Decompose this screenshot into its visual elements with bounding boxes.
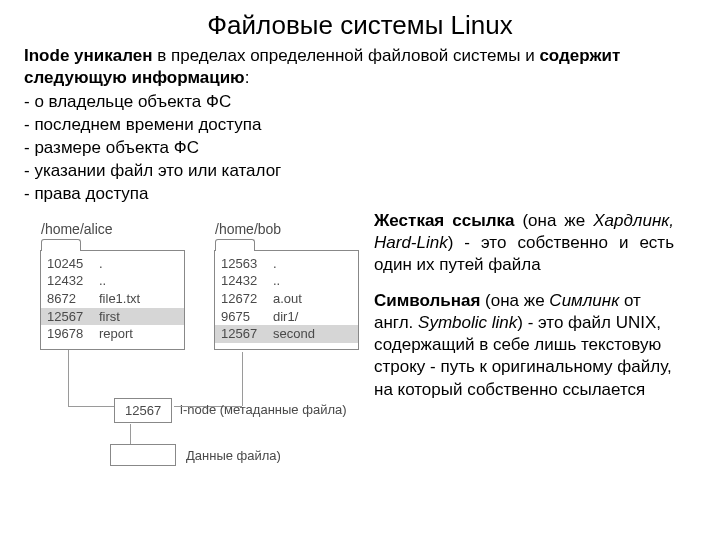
bullet-list: - о владельце объекта ФС- последнем врем…: [0, 91, 720, 206]
file-name: .: [273, 255, 277, 273]
table-row: 12567second: [215, 325, 358, 343]
file-name: a.out: [273, 290, 302, 308]
symlink-paragraph: Символьная (она же Симлинк от англ. Symb…: [374, 290, 674, 400]
file-name: file1.txt: [99, 290, 140, 308]
table-row: 12432..: [47, 272, 178, 290]
file-name: ..: [273, 272, 280, 290]
table-row: 10245.: [47, 255, 178, 273]
bullet-item: - указании файл это или каталог: [24, 160, 696, 183]
table-row: 12672a.out: [221, 290, 352, 308]
inode-number: 9675: [221, 308, 273, 326]
inode-number: 12567: [221, 325, 273, 343]
inode-diagram: /home/alice 10245.12432..8672file1.txt12…: [10, 212, 374, 492]
table-row: 8672file1.txt: [47, 290, 178, 308]
bullet-item: - права доступа: [24, 183, 696, 206]
file-name: first: [99, 308, 120, 326]
hardlink-paragraph: Жесткая ссылка (она же Хардлинк, Hard-Li…: [374, 210, 674, 276]
inode-number: 12432: [221, 272, 273, 290]
right-text-column: Жесткая ссылка (она же Хардлинк, Hard-Li…: [374, 206, 694, 492]
symlink-term: Символьная: [374, 291, 480, 310]
file-name: second: [273, 325, 315, 343]
data-caption: Данные файла): [186, 448, 281, 463]
folder-bob: /home/bob 12563.12432..12672a.out9675dir…: [214, 250, 359, 350]
table-row: 12432..: [221, 272, 352, 290]
hardlink-term: Жесткая ссылка: [374, 211, 514, 230]
table-row: 9675dir1/: [221, 308, 352, 326]
table-row: 19678report: [47, 325, 178, 343]
table-row: 12567first: [41, 308, 184, 326]
page-title: Файловые системы Linux: [0, 10, 720, 41]
inode-number: 12672: [221, 290, 273, 308]
intro-paragraph: Inode уникален в пределах определенной ф…: [0, 45, 720, 89]
file-name: ..: [99, 272, 106, 290]
bullet-item: - размере объекта ФС: [24, 137, 696, 160]
inode-number: 19678: [47, 325, 99, 343]
intro-bold-1: Inode уникален: [24, 46, 153, 65]
data-box: [110, 444, 176, 466]
inode-caption: i-node (метаданные файла): [180, 402, 347, 417]
table-row: 12563.: [221, 255, 352, 273]
inode-number: 10245: [47, 255, 99, 273]
file-name: .: [99, 255, 103, 273]
folder-alice: /home/alice 10245.12432..8672file1.txt12…: [40, 250, 185, 350]
bullet-item: - последнем времени доступа: [24, 114, 696, 137]
inode-number: 8672: [47, 290, 99, 308]
intro-text-1: в пределах определенной файловой системы…: [153, 46, 540, 65]
folder-bob-path: /home/bob: [215, 221, 281, 237]
inode-number: 12567: [47, 308, 99, 326]
bullet-item: - о владельце объекта ФС: [24, 91, 696, 114]
file-name: report: [99, 325, 133, 343]
inode-box: 12567: [114, 398, 172, 423]
inode-number: 12432: [47, 272, 99, 290]
inode-number: 12563: [221, 255, 273, 273]
file-name: dir1/: [273, 308, 298, 326]
intro-text-2: :: [245, 68, 250, 87]
folder-alice-path: /home/alice: [41, 221, 113, 237]
